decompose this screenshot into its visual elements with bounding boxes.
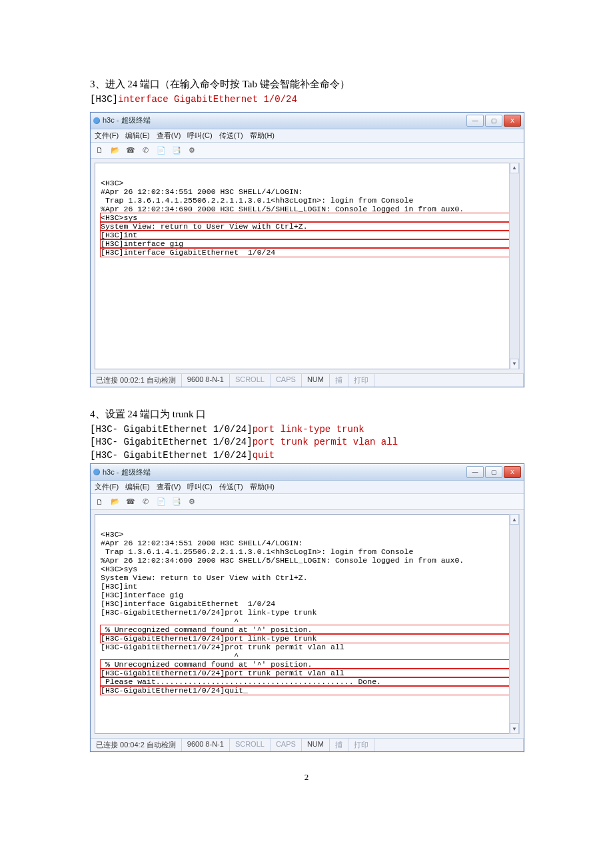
connect-icon[interactable]: ☎ [125,496,136,507]
app-icon [93,117,100,124]
terminal-line: #Apr 26 12:02:34:551 2000 H3C SHELL/4/LO… [101,187,514,196]
properties-icon[interactable]: ⚙ [186,145,197,156]
status-num: NUM [302,374,330,387]
status-caps: CAPS [271,374,302,387]
status-baud: 9600 8-N-1 [182,739,230,751]
status-capture: 捕 [330,374,348,387]
menubar: 文件(F) 编辑(E) 查看(V) 呼叫(C) 传送(T) 帮助(H) [91,481,524,494]
disconnect-icon[interactable]: ✆ [140,145,151,156]
status-scroll: SCROLL [230,739,271,751]
step3-heading: 3、进入 24 端口（在输入命令时按 Tab 键会智能补全命令） [90,76,523,92]
menu-call[interactable]: 呼叫(C) [187,482,212,492]
page-number: 2 [90,772,523,783]
close-button[interactable]: X [504,466,521,478]
terminal-line: [H3C-GigabitEthernet1/0/24]quit_ [101,686,514,695]
properties-icon[interactable]: ⚙ [186,496,197,507]
terminal-line: [H3C-GigabitEthernet1/0/24]prot link-typ… [101,608,514,617]
open-icon[interactable]: 📂 [109,496,121,507]
status-capture: 捕 [330,739,348,751]
menu-edit[interactable]: 编辑(E) [125,131,150,141]
step4-cmd-text: quit [253,450,275,461]
send-icon[interactable]: 📄 [155,145,167,156]
step3-cmd-text: interface GigabitEthernet 1/0/24 [118,94,297,105]
terminal-line: ^ [101,617,514,625]
status-num: NUM [302,739,330,751]
scroll-down-icon[interactable]: ▼ [510,359,519,369]
send-icon[interactable]: 📄 [155,496,167,507]
terminal-line: [H3C-GigabitEthernet1/0/24]prot trunk pe… [101,643,514,651]
terminal-line: System View: return to User View with Ct… [101,222,514,231]
terminal-output-2[interactable]: <H3C>#Apr 26 12:02:34:551 2000 H3C SHELL… [95,514,520,734]
terminal-line: %Apr 26 12:02:34:690 2000 H3C SHELL/5/SH… [101,205,514,213]
terminal-line: <H3C>sys [101,565,514,573]
close-button[interactable]: X [504,115,521,127]
window-title: h3c - 超级终端 [103,115,466,125]
minimize-button[interactable]: — [466,466,484,478]
toolbar: 🗋 📂 ☎ ✆ 📄 📑 ⚙ [91,494,524,510]
status-spacer [374,739,524,751]
menu-file[interactable]: 文件(F) [95,482,119,492]
scrollbar[interactable]: ▲ ▼ [509,163,520,369]
terminal-line: Trap 1.3.6.1.4.1.25506.2.2.1.1.3.0.1<hh3… [101,196,514,205]
status-spacer [374,374,524,387]
terminal-line: <H3C> [101,179,514,187]
app-icon [93,469,100,475]
menu-call[interactable]: 呼叫(C) [187,131,212,141]
minimize-button[interactable]: — [466,115,484,127]
terminal-line: <H3C>sys [101,213,514,222]
statusbar: 已连接 00:02:1 自动检测 9600 8-N-1 SCROLL CAPS … [91,373,524,387]
menu-transfer[interactable]: 传送(T) [219,131,243,141]
scrollbar[interactable]: ▲ ▼ [509,514,520,734]
menu-transfer[interactable]: 传送(T) [219,482,243,492]
terminal-line: #Apr 26 12:02:34:551 2000 H3C SHELL/4/LO… [101,539,514,547]
step4-cmd-text: port trunk permit vlan all [253,437,398,447]
terminal-line: [H3C]interface gig [101,239,514,248]
terminal-line: [H3C]interface gig [101,591,514,599]
hyperterminal-window-2: h3c - 超级终端 — ▢ X 文件(F) 编辑(E) 查看(V) 呼叫(C)… [90,463,524,752]
terminal-line: [H3C]interface GigabitEthernet 1/0/24 [101,248,514,257]
maximize-button[interactable]: ▢ [485,466,502,478]
terminal-output-1[interactable]: <H3C>#Apr 26 12:02:34:551 2000 H3C SHELL… [95,163,520,369]
menu-help[interactable]: 帮助(H) [250,131,275,141]
menu-file[interactable]: 文件(F) [95,131,119,141]
status-connection: 已连接 00:04:2 自动检测 [91,739,182,751]
terminal-line: [H3C-GigabitEthernet1/0/24]port link-typ… [101,634,514,643]
menu-view[interactable]: 查看(V) [157,482,181,492]
terminal-line: [H3C]interface GigabitEthernet 1/0/24 [101,599,514,608]
terminal-line: [H3C]int [101,582,514,591]
menu-view[interactable]: 查看(V) [157,131,181,141]
status-baud: 9600 8-N-1 [182,374,230,387]
open-icon[interactable]: 📂 [109,145,121,156]
terminal-line: % Unrecognized command found at '^' posi… [101,660,514,669]
terminal-line: [H3C]int [101,231,514,239]
receive-icon[interactable]: 📑 [171,496,182,507]
receive-icon[interactable]: 📑 [171,145,182,156]
new-icon[interactable]: 🗋 [94,496,105,507]
step4-command: [H3C- GigabitEthernet 1/0/24]port link-t… [90,423,523,437]
status-caps: CAPS [271,739,302,751]
step4-heading: 4、设置 24 端口为 trunk 口 [90,406,523,422]
disconnect-icon[interactable]: ✆ [140,496,151,507]
status-connection: 已连接 00:02:1 自动检测 [91,374,182,387]
titlebar[interactable]: h3c - 超级终端 — ▢ X [91,113,524,129]
terminal-line: Trap 1.3.6.1.4.1.25506.2.2.1.1.3.0.1<hh3… [101,547,514,556]
toolbar: 🗋 📂 ☎ ✆ 📄 📑 ⚙ [91,143,524,159]
terminal-line: ^ [101,651,514,660]
scroll-up-icon[interactable]: ▲ [510,163,519,173]
window-title: h3c - 超级终端 [103,467,466,477]
scroll-up-icon[interactable]: ▲ [510,514,519,525]
status-print: 打印 [348,739,374,751]
menu-help[interactable]: 帮助(H) [250,482,275,492]
connect-icon[interactable]: ☎ [125,145,136,156]
step4-prompt: [H3C- GigabitEthernet 1/0/24] [90,424,253,435]
terminal-line: System View: return to User View with Ct… [101,573,514,582]
terminal-line: % Unrecognized command found at '^' posi… [101,625,514,634]
terminal-line: %Apr 26 12:02:34:690 2000 H3C SHELL/5/SH… [101,556,514,565]
scroll-down-icon[interactable]: ▼ [510,723,519,734]
step4-cmd-text: port link-type trunk [253,424,364,435]
new-icon[interactable]: 🗋 [94,145,105,156]
step3-command: [H3C]interface GigabitEthernet 1/0/24 [90,93,523,107]
titlebar[interactable]: h3c - 超级终端 — ▢ X [91,464,524,481]
menu-edit[interactable]: 编辑(E) [125,482,150,492]
maximize-button[interactable]: ▢ [485,115,502,127]
